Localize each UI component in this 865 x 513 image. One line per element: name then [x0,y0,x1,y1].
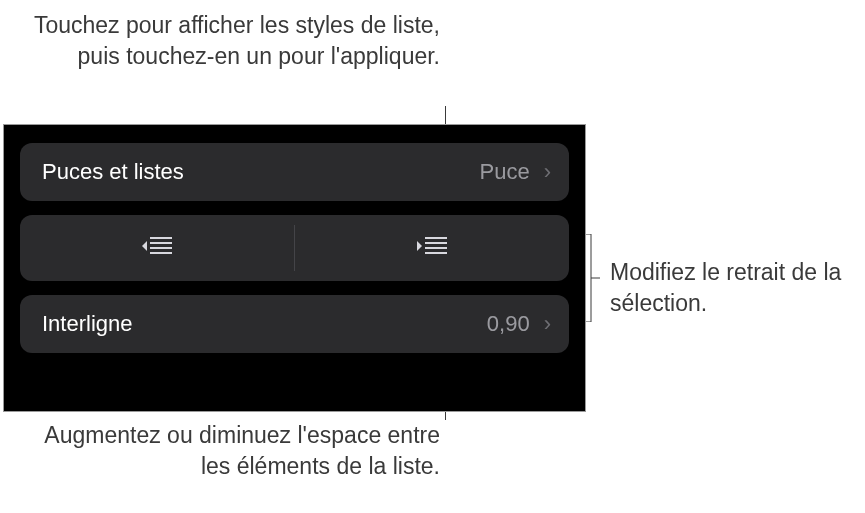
indent-button[interactable] [295,215,569,281]
svg-rect-6 [425,247,447,249]
outdent-button[interactable] [20,215,294,281]
bullets-and-lists-row[interactable]: Puces et listes Puce › [20,143,569,201]
svg-rect-2 [150,247,172,249]
callout-indent: Modifiez le retrait de la sélection. [610,257,860,319]
callout-interline: Augmentez ou diminuez l'espace entre les… [20,420,440,482]
format-panel: Puces et listes Puce › [3,124,586,412]
chevron-right-icon: › [544,159,551,185]
indent-controls [20,215,569,281]
svg-rect-1 [150,242,172,244]
svg-rect-3 [150,252,172,254]
bullets-label: Puces et listes [42,159,480,185]
callout-list-styles: Touchez pour afficher les styles de list… [20,10,440,72]
svg-rect-0 [150,237,172,239]
interline-value: 0,90 [487,311,530,337]
interline-label: Interligne [42,311,487,337]
chevron-right-icon: › [544,311,551,337]
svg-rect-4 [425,237,447,239]
bullets-value: Puce [480,159,530,185]
svg-rect-5 [425,242,447,244]
outdent-icon [142,235,172,261]
interline-row[interactable]: Interligne 0,90 › [20,295,569,353]
svg-rect-7 [425,252,447,254]
indent-icon [417,235,447,261]
